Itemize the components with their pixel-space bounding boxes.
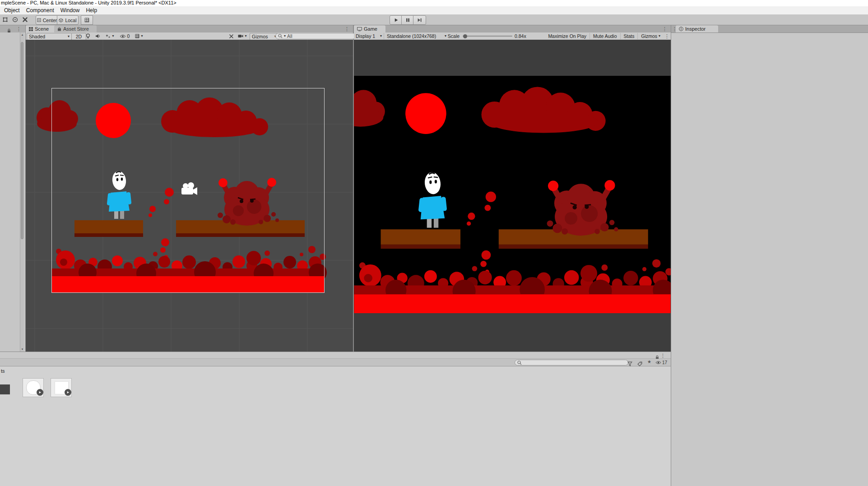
menu-window[interactable]: Window [57, 6, 83, 14]
chevron-down-icon: ▾ [68, 35, 70, 38]
rect-tool-button[interactable] [0, 15, 9, 24]
scale-slider[interactable] [461, 33, 514, 39]
effects-stars-icon [105, 34, 111, 38]
step-button[interactable] [413, 15, 426, 25]
maximize-on-play-button[interactable]: Maximize On Play [545, 33, 589, 39]
pivot-icon [37, 18, 41, 22]
aspect-label: Standalone (1024x768) [387, 33, 436, 39]
breadcrumb[interactable]: ts [1, 368, 5, 374]
menu-gameobject[interactable]: Object [1, 6, 23, 14]
scroll-up-icon[interactable]: ▲ [20, 32, 24, 37]
project-panel: ⋮ ★ 17 ts [0, 352, 671, 486]
project-panel-header: ⋮ [0, 352, 671, 359]
shading-mode-dropdown[interactable]: Shaded ▾ [27, 33, 72, 40]
scene-gizmos-dropdown[interactable]: Gizmos ▾ [250, 33, 279, 40]
hierarchy-panel: ⋮ ▲ ▼ [0, 25, 25, 352]
hierarchy-scrollbar[interactable]: ▲ ▼ [20, 32, 24, 352]
menu-bar: Object Component Window Help [0, 6, 868, 14]
main-toolbar: Center Local [0, 14, 868, 25]
kebab-menu-icon[interactable]: ⋮ [664, 32, 669, 40]
scene-effects-dropdown[interactable]: ▾ [103, 33, 116, 39]
save-search-button[interactable]: ★ [647, 359, 651, 364]
scene-viewport[interactable] [26, 40, 353, 352]
speaker-icon [95, 34, 101, 38]
grid-icon [135, 34, 139, 38]
asset-thumbnail-circle[interactable] [23, 378, 44, 397]
scene-render [26, 40, 353, 352]
toggle-2d-label: 2D [76, 34, 82, 39]
scene-search-input[interactable]: ▾ All [275, 33, 356, 39]
project-toolbar: ★ 17 [0, 359, 671, 366]
pause-button[interactable] [401, 15, 414, 25]
aspect-dropdown[interactable]: Standalone (1024x768) ▾ [384, 33, 446, 39]
game-render [354, 76, 671, 313]
scene-grid-dropdown[interactable]: ▾ [132, 33, 146, 39]
grid-snap-icon [84, 18, 89, 23]
grid-snap-button[interactable] [81, 15, 93, 25]
play-button[interactable] [390, 15, 403, 25]
scene-camera-dropdown[interactable]: ▾ [236, 33, 249, 39]
window-title: mpleScene - PC, Mac & Linux Standalone -… [1, 0, 176, 5]
inspector-panel: ⋮ Inspector [671, 25, 868, 486]
chevron-down-icon: ▾ [445, 34, 446, 38]
kebab-menu-icon[interactable]: ⋮ [16, 25, 21, 32]
funnel-icon [627, 361, 632, 366]
chevron-down-icon: ▾ [112, 34, 114, 38]
scroll-down-icon[interactable]: ▼ [20, 347, 24, 352]
transform-tool-button[interactable] [10, 15, 19, 24]
asset-store-tab-icon [57, 27, 61, 31]
scene-audio-button[interactable] [93, 33, 102, 39]
hierarchy-panel-header: ⋮ [0, 25, 25, 32]
chevron-down-icon: ▾ [380, 34, 382, 38]
expand-asset-button[interactable] [37, 389, 43, 396]
menu-component[interactable]: Component [23, 6, 57, 14]
chevron-down-icon: ▾ [245, 34, 246, 38]
chevron-down-icon: ▾ [659, 34, 660, 38]
wrench-icon [22, 17, 28, 23]
editor-tools-button[interactable] [227, 33, 235, 39]
scale-slider-knob[interactable] [463, 34, 467, 38]
project-search-input[interactable] [515, 360, 628, 366]
transform-tool-icon [12, 17, 18, 23]
game-toolbar-right: Maximize On Play Mute Audio Stats Gizmos… [545, 33, 664, 39]
kebab-menu-icon[interactable]: ⋮ [660, 352, 665, 359]
kebab-menu-icon[interactable]: ⋮ [662, 25, 667, 32]
menu-help[interactable]: Help [83, 6, 100, 14]
light-bulb-icon [86, 33, 90, 39]
display-dropdown[interactable]: Display 1 ▾ [356, 33, 382, 39]
scene-gizmos-label: Gizmos [252, 34, 268, 39]
tools-icon [229, 34, 234, 39]
lock-icon[interactable] [7, 27, 11, 35]
shading-mode-label: Shaded [29, 34, 45, 39]
game-viewport[interactable] [354, 40, 671, 352]
mute-audio-button[interactable]: Mute Audio [589, 33, 620, 39]
tab-asset-store[interactable]: Asset Store [54, 25, 97, 32]
tab-game-label: Game [364, 26, 377, 32]
rect-tool-icon [2, 17, 8, 23]
window-titlebar: mpleScene - PC, Mac & Linux Standalone -… [0, 0, 868, 6]
expand-asset-button[interactable] [65, 389, 71, 396]
pivot-center-button[interactable]: Center [36, 15, 58, 25]
eye-icon [655, 361, 661, 365]
scrollbar-thumb[interactable] [21, 42, 23, 239]
play-icon [394, 18, 399, 23]
game-toolbar: Display 1 ▾ Standalone (1024x768) ▾ Scal… [354, 32, 671, 40]
tab-game[interactable]: Game [354, 25, 385, 32]
scene-visibility-button[interactable]: 0 [118, 33, 131, 39]
game-gizmos-dropdown[interactable]: Gizmos ▾ [637, 33, 664, 39]
asset-thumbnail-square[interactable] [51, 378, 72, 397]
display-label: Display 1 [356, 33, 375, 39]
hidden-packages-button[interactable]: 17 [655, 360, 667, 365]
search-icon [278, 34, 283, 38]
game-panel: Game ⋮ Display 1 ▾ Standalone (1024x768)… [354, 25, 671, 352]
tab-inspector[interactable]: Inspector [676, 25, 718, 32]
handle-local-button[interactable]: Local [57, 15, 79, 25]
custom-tool-button[interactable] [20, 15, 29, 24]
scene-lighting-button[interactable] [84, 33, 93, 39]
folder-icon[interactable] [0, 378, 11, 396]
kebab-menu-icon[interactable]: ⋮ [344, 25, 349, 32]
tab-scene-label: Scene [35, 26, 49, 32]
stats-button[interactable]: Stats [620, 33, 638, 39]
chevron-down-icon: ▾ [141, 34, 143, 38]
game-tabstrip: Game ⋮ [354, 25, 671, 32]
